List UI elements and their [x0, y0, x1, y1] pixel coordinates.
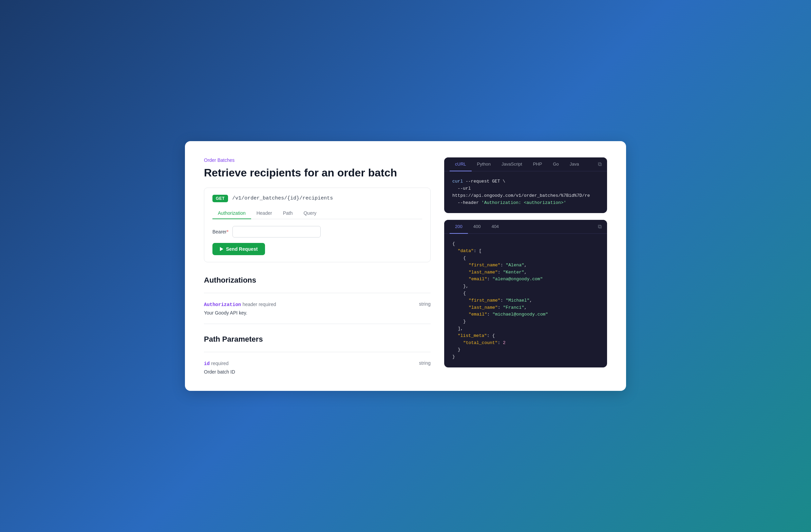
tab-query[interactable]: Query [298, 208, 322, 219]
play-icon [220, 247, 223, 251]
tab-path[interactable]: Path [278, 208, 298, 219]
curl-panel: cURL Python JavaScript PHP Go Java ⧉ cur… [444, 157, 607, 213]
auth-param-row: Authorization header required string [204, 301, 431, 307]
resp-line-15: "total_count": 2 [463, 340, 599, 347]
resp-line-6: "email": "alena@ongoody.com" [469, 276, 599, 283]
code-tab-php[interactable]: PHP [527, 157, 548, 171]
curl-line-2: --url https://api.ongoody.com/v1/order_b… [452, 185, 599, 199]
path-param-meta: required [211, 361, 228, 366]
resp-line-17: } [452, 353, 599, 361]
endpoint-header: GET /v1/order_batches/{id}/recipients [212, 195, 422, 202]
resp-line-3: { [463, 255, 599, 262]
main-card: Order Batches Retrieve recipients for an… [185, 141, 626, 391]
resp-line-14: "list_meta": { [458, 333, 599, 340]
path-param-left: id required [204, 360, 229, 366]
code-tab-curl[interactable]: cURL [449, 157, 472, 171]
endpoint-box: GET /v1/order_batches/{id}/recipients Au… [204, 188, 431, 262]
resp-line-2: "data": [ [458, 248, 599, 255]
resp-line-1: { [452, 241, 599, 248]
response-panel: 200 400 404 ⧉ { "data": [ { "first_name"… [444, 220, 607, 367]
auth-param-meta: header required [243, 302, 276, 307]
resp-tab-200[interactable]: 200 [449, 220, 468, 234]
resp-line-4: "first_name": "Alena", [469, 262, 599, 269]
curl-line-1: curl --request GET \ [452, 178, 599, 185]
endpoint-tabs: Authorization Header Path Query [212, 208, 422, 219]
resp-line-9: "first_name": "Michael", [469, 297, 599, 304]
tab-authorization[interactable]: Authorization [212, 208, 251, 219]
path-section: Path Parameters id required string Order… [204, 332, 431, 375]
auth-param-desc: Your Goody API key. [204, 310, 431, 316]
path-param-desc: Order batch ID [204, 369, 431, 375]
auth-param-left: Authorization header required [204, 301, 276, 307]
send-request-button[interactable]: Send Request [212, 243, 265, 255]
page-title: Retrieve recipients for an order batch [204, 166, 431, 179]
response-copy-icon[interactable]: ⧉ [598, 224, 602, 230]
resp-line-13: ], [458, 325, 599, 333]
resp-line-8: { [463, 290, 599, 297]
bearer-input[interactable] [232, 226, 321, 238]
endpoint-path: /v1/order_batches/{id}/recipients [232, 195, 333, 201]
right-panel: cURL Python JavaScript PHP Go Java ⧉ cur… [444, 157, 607, 374]
path-param-name: id [204, 361, 210, 366]
breadcrumb: Order Batches [204, 157, 431, 163]
authorizations-title: Authorizations [204, 273, 431, 285]
authorizations-section: Authorizations Authorization header requ… [204, 273, 431, 316]
divider-2 [204, 324, 431, 324]
copy-icon[interactable]: ⧉ [598, 161, 602, 167]
auth-param-name: Authorization [204, 302, 241, 307]
resp-tab-400[interactable]: 400 [468, 220, 486, 234]
divider-1 [204, 293, 431, 293]
response-tabs: 200 400 404 ⧉ [444, 220, 607, 234]
divider-3 [204, 352, 431, 352]
resp-line-11: "email": "michael@ongoody.com" [469, 311, 599, 318]
bearer-form-row: Bearer* [212, 226, 422, 238]
curl-code-body: curl --request GET \ --url https://api.o… [444, 171, 607, 213]
resp-line-10: "last_name": "Franci", [469, 304, 599, 311]
code-tab-javascript[interactable]: JavaScript [496, 157, 527, 171]
response-code-body: { "data": [ { "first_name": "Alena", "la… [444, 234, 607, 367]
resp-line-5: "last_name": "Kenter", [469, 269, 599, 276]
code-tab-java[interactable]: Java [564, 157, 584, 171]
path-param-type: string [419, 360, 431, 366]
bearer-label: Bearer* [212, 229, 228, 234]
curl-line-3: --header 'Authorization: <authorization>… [452, 199, 599, 207]
code-tab-python[interactable]: Python [472, 157, 496, 171]
left-panel: Order Batches Retrieve recipients for an… [204, 157, 431, 374]
method-badge: GET [212, 195, 228, 202]
tab-header[interactable]: Header [251, 208, 278, 219]
auth-param-type: string [419, 301, 431, 307]
code-tabs: cURL Python JavaScript PHP Go Java ⧉ [444, 157, 607, 171]
resp-line-16: } [458, 346, 599, 353]
resp-tab-404[interactable]: 404 [486, 220, 504, 234]
resp-line-12: } [463, 318, 599, 325]
resp-line-7: }, [463, 283, 599, 290]
code-tab-go[interactable]: Go [547, 157, 564, 171]
path-title: Path Parameters [204, 332, 431, 344]
path-param-row: id required string [204, 360, 431, 366]
